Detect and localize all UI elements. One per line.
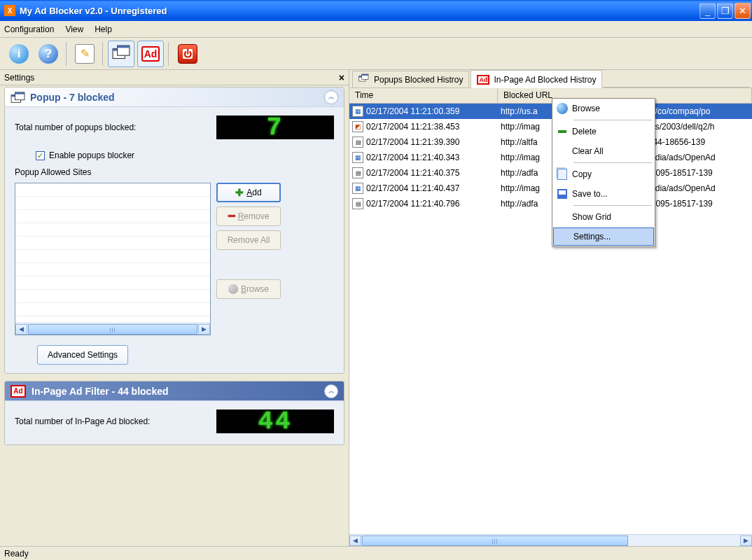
scroll-right-icon[interactable]: ▶ (198, 324, 210, 335)
cal-icon: ▤ (352, 167, 363, 178)
menu-help[interactable]: Help (95, 24, 112, 34)
menu-view[interactable]: View (65, 24, 83, 34)
row-time: 02/17/2004 11:21:00.359 (366, 106, 459, 116)
statusbar: Ready (0, 546, 752, 560)
toolbar-popup-button[interactable] (108, 41, 134, 67)
svg-rect-7 (15, 92, 25, 94)
ad-icon: Ad (477, 75, 489, 85)
settings-panel-header: Settings × (0, 70, 349, 85)
ad-icon: Ad (141, 46, 160, 62)
globe-icon (228, 284, 238, 294)
inpage-total-label: Total number of In-Page Ad blocked: (15, 416, 216, 426)
history-row[interactable]: ▤02/17/2004 11:21:40.375http://adfam/209… (349, 165, 752, 181)
column-header-time[interactable]: Time (349, 88, 498, 103)
html-icon: ▦ (352, 183, 363, 194)
scroll-thumb[interactable]: ||| (362, 536, 628, 546)
copy-icon (557, 169, 567, 180)
toolbar-separator (102, 42, 104, 66)
row-time: 02/17/2004 11:21:40.343 (366, 153, 459, 162)
img-icon: ◩ (352, 121, 363, 132)
plus-icon: ✚ (235, 187, 244, 198)
collapse-icon[interactable]: ︽ (324, 384, 338, 398)
scroll-left-icon[interactable]: ◀ (349, 536, 361, 546)
ctx-settings[interactable]: Settings... (553, 227, 654, 246)
inpage-counter: 44 (216, 410, 334, 433)
menu-configuration[interactable]: Configuration (4, 24, 54, 34)
remove-button[interactable]: ━Remove (216, 206, 281, 226)
enable-popup-blocker-checkbox[interactable]: ✓ (36, 151, 45, 160)
ctx-copy[interactable]: Copy (552, 164, 655, 184)
history-hscroll[interactable]: ◀ ||| ▶ (349, 534, 752, 546)
tab-popups-history[interactable]: Popups Blocked Histroy (352, 71, 469, 88)
scroll-right-icon[interactable]: ▶ (740, 536, 752, 546)
enable-popup-blocker-label: Enable popups blocker (49, 150, 134, 160)
svg-rect-11 (362, 74, 368, 76)
scroll-left-icon[interactable]: ◀ (15, 324, 27, 335)
allowed-sites-listbox[interactable]: ◀ ||| ▶ (15, 183, 211, 335)
maximize-button[interactable]: ❐ (717, 3, 733, 19)
close-button[interactable]: ✕ (734, 3, 751, 19)
tab-inpage-history[interactable]: Ad In-Page Ad Blocked Histroy (471, 70, 602, 88)
settings-panel-title: Settings (4, 73, 34, 83)
row-time: 02/17/2004 11:21:40.437 (366, 183, 459, 193)
ctx-show-grid[interactable]: Show Grid (552, 207, 655, 227)
history-row[interactable]: ▦02/17/2004 11:21:40.343http://imagMedia… (349, 150, 752, 165)
history-grid-body[interactable]: ▦02/17/2004 11:21:00.359http://us.am/a/c… (349, 104, 752, 534)
popup-count-value: 7 (267, 113, 284, 142)
window-title: My Ad Blocker v2.0 - Unregistered (20, 6, 699, 16)
titlebar: X My Ad Blocker v2.0 - Unregistered _ ❐ … (0, 0, 752, 21)
popup-section-icon (11, 92, 25, 103)
browse-button[interactable]: Browse (216, 279, 281, 299)
history-row[interactable]: ◩02/17/2004 11:21:38.453http://imagsors/… (349, 119, 752, 134)
config-icon: ✎ (75, 44, 95, 64)
toolbar-ad-button[interactable]: Ad (137, 41, 164, 67)
ctx-save-to[interactable]: Save to... (552, 184, 655, 204)
context-menu: Browse Delete Clear All Copy Save to... … (552, 98, 655, 247)
ctx-delete[interactable]: Delete (552, 122, 655, 141)
toolbar-stop-button[interactable]: ⏻ (174, 41, 202, 67)
advanced-settings-button[interactable]: Advanced Settings (37, 345, 128, 365)
toolbar-config-button[interactable]: ✎ (71, 41, 98, 67)
popup-section-header[interactable]: Popup - 7 blocked ︽ (5, 88, 344, 107)
ctx-separator (573, 162, 652, 163)
settings-panel-close-icon[interactable]: × (339, 72, 344, 83)
row-time: 02/17/2004 11:21:40.796 (366, 199, 459, 209)
toolbar-help-button[interactable]: ? (35, 41, 62, 67)
toolbar-info-button[interactable]: i (6, 41, 32, 67)
history-row[interactable]: ▤02/17/2004 11:21:39.390http://altfa/374… (349, 134, 752, 150)
popup-icon (358, 74, 370, 85)
inpage-section: Ad In-Page Ad Filter - 44 blocked ︽ Tota… (4, 381, 344, 445)
scroll-thumb[interactable]: ||| (28, 324, 197, 335)
row-time: 02/17/2004 11:21:40.375 (366, 168, 459, 178)
svg-rect-3 (118, 46, 130, 48)
popup-section: Popup - 7 blocked ︽ Total number of popu… (4, 87, 344, 374)
popup-total-label: Total number of popups blocked: (15, 122, 216, 132)
info-icon: i (9, 44, 29, 64)
ctx-browse[interactable]: Browse (552, 99, 655, 118)
history-row[interactable]: ▦02/17/2004 11:21:40.437http://imagMedia… (349, 181, 752, 196)
history-grid-header: Time Blocked URL (349, 88, 752, 104)
ctx-clear-all[interactable]: Clear All (552, 141, 655, 161)
globe-icon (557, 103, 568, 114)
tab-popups-label: Popups Blocked Histroy (374, 75, 463, 85)
popup-counter: 7 (216, 115, 334, 139)
cal-icon: ▤ (352, 136, 363, 148)
row-time: 02/17/2004 11:21:38.453 (366, 122, 459, 132)
delete-icon (558, 130, 566, 133)
collapse-icon[interactable]: ︽ (324, 90, 338, 104)
history-row[interactable]: ▤02/17/2004 11:21:40.796http://adfam/209… (349, 196, 752, 211)
inpage-section-header[interactable]: Ad In-Page Ad Filter - 44 blocked ︽ (5, 382, 344, 401)
minimize-button[interactable]: _ (699, 3, 716, 19)
app-icon: X (4, 5, 15, 16)
html-icon: ▦ (352, 106, 363, 117)
toolbar-separator (168, 42, 169, 66)
menubar: Configuration View Help (0, 21, 752, 38)
inpage-section-icon: Ad (11, 385, 26, 398)
settings-panel: Settings × Popup - 7 blocked ︽ Total num… (0, 70, 349, 546)
allowed-sites-hscroll[interactable]: ◀ ||| ▶ (15, 323, 210, 335)
remove-all-button[interactable]: Remove All (216, 230, 281, 250)
add-button[interactable]: ✚Add (216, 183, 281, 202)
history-tabs: Popups Blocked Histroy Ad In-Page Ad Blo… (349, 70, 752, 88)
toolbar-separator (66, 42, 67, 66)
history-row[interactable]: ▦02/17/2004 11:21:00.359http://us.am/a/c… (349, 104, 752, 119)
